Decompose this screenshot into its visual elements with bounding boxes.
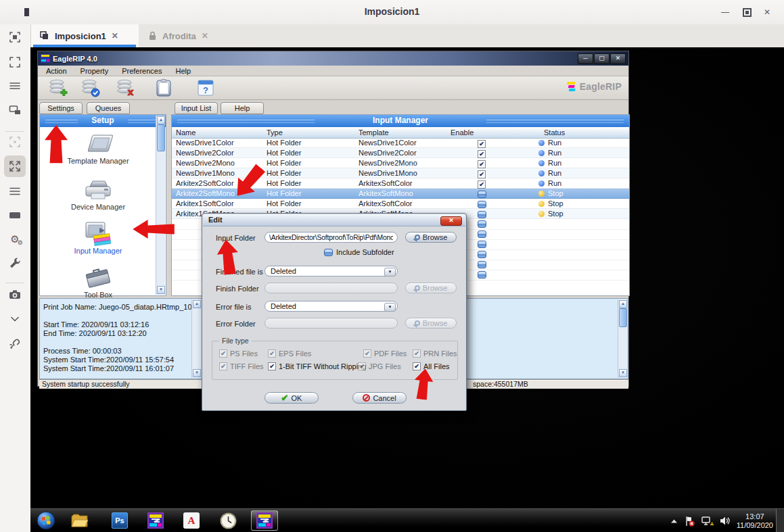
action-center-flag-icon[interactable]: [684, 516, 695, 527]
dynamic-resolution-button[interactable]: [4, 131, 26, 153]
checkbox-ps-files[interactable]: PS Files: [219, 349, 258, 358]
input-folder-browse-button[interactable]: Browse: [405, 232, 457, 243]
tray-clock[interactable]: 13:07 11/09/2020: [737, 512, 773, 530]
checkbox-1bit-tiff[interactable]: 1-Bit TIFF Without Ripping: [268, 362, 366, 370]
screen: Imposicion1 — ✕ Imposicion1 ✕ Afrodita ✕: [0, 0, 784, 532]
table-row[interactable]: NewsDrive2MonoHot FolderNewsDrive2MonoRu…: [172, 158, 629, 168]
toolbar-delete-input-button[interactable]: [115, 78, 137, 98]
preferences-button[interactable]: ⚙⚙: [4, 228, 26, 249]
menu-property[interactable]: Property: [80, 67, 109, 75]
screenshot-button[interactable]: [4, 284, 26, 306]
network-warning-icon[interactable]: [701, 516, 714, 527]
finished-file-select[interactable]: Deleted▼: [264, 266, 398, 276]
fit-window-button[interactable]: [4, 26, 26, 48]
table-row[interactable]: Arkitex1SoftColorHot FolderArkitexSoftCo…: [172, 199, 629, 209]
dropdown-arrow-icon[interactable]: ▼: [384, 303, 396, 312]
scroll-up-icon[interactable]: ▲: [157, 116, 165, 124]
taskbar-explorer[interactable]: [68, 510, 91, 531]
setup-item-device-manager[interactable]: Device Manager: [40, 177, 156, 211]
taskbar-eaglerip-active[interactable]: [251, 510, 278, 531]
table-row[interactable]: NewsDrive1ColorHot FolderNewsDrive1Color…: [172, 138, 629, 148]
checkbox-tiff-files[interactable]: TIFF Files: [219, 362, 264, 370]
taskbar-clock-app[interactable]: [216, 510, 239, 531]
rip-close-button[interactable]: ✕: [610, 53, 626, 64]
status-dot: [538, 150, 545, 156]
database-add-icon: [48, 78, 68, 98]
input-folder-field[interactable]: [264, 232, 398, 243]
keyboard-button[interactable]: [4, 204, 26, 226]
checkbox-prn-files[interactable]: PRN Files: [413, 349, 457, 358]
tray-expand-icon[interactable]: [670, 518, 678, 524]
start-button[interactable]: [34, 510, 57, 531]
eaglerip-taskbar-icon: [147, 512, 164, 529]
file-type-legend: File type: [219, 337, 252, 345]
tab-close-icon[interactable]: ✕: [112, 31, 118, 41]
multi-window-button[interactable]: [4, 99, 26, 121]
scaled-mode-button[interactable]: [4, 155, 26, 177]
cancel-button[interactable]: Cancel: [352, 392, 407, 404]
dropdown-arrow-icon[interactable]: ▼: [384, 268, 396, 276]
include-subfolder-checkbox[interactable]: Include Subfolder: [324, 248, 394, 256]
scroll-thumb[interactable]: [157, 124, 165, 151]
eaglerip-title: EagleRIP 4.0: [53, 55, 97, 63]
app-minimize-button[interactable]: —: [718, 5, 733, 19]
tools-button[interactable]: [4, 252, 26, 274]
tab-imposicion1[interactable]: Imposicion1 ✕: [30, 24, 139, 47]
toolbar-report-button[interactable]: [153, 78, 175, 98]
taskbar-acrobat[interactable]: A: [180, 510, 203, 531]
volume-icon[interactable]: [720, 516, 731, 526]
close-icon: ✕: [448, 217, 454, 224]
rip-minimize-button[interactable]: ─: [578, 53, 593, 64]
scroll-thumb[interactable]: [619, 308, 627, 327]
checkbox-icon: [324, 249, 333, 256]
menu-action[interactable]: Action: [46, 67, 67, 75]
menu-help[interactable]: Help: [175, 67, 191, 75]
scroll-down-icon[interactable]: ▼: [619, 369, 627, 377]
taskbar-photoshop[interactable]: Ps: [108, 510, 131, 531]
checkbox-eps-files[interactable]: EPS Files: [268, 349, 311, 358]
scroll-down-icon[interactable]: ▼: [157, 286, 165, 294]
scroll-up-icon[interactable]: ▲: [193, 300, 201, 308]
tab-afrodita[interactable]: Afrodita ✕: [139, 24, 227, 47]
status-dot: [538, 191, 545, 197]
ok-button[interactable]: OK: [264, 392, 319, 404]
app-close-button[interactable]: ✕: [760, 5, 775, 19]
job-log-scrollbar[interactable]: ▲ ▼: [191, 299, 201, 378]
checkbox-pdf-files[interactable]: PDF Files: [363, 349, 407, 358]
menu-lines-button[interactable]: [4, 75, 26, 97]
eaglerip-logo: EagleRIP: [567, 81, 622, 92]
scroll-up-icon[interactable]: ▲: [619, 300, 627, 308]
col-status: Status: [544, 128, 565, 137]
fullscreen-icon: [8, 55, 22, 69]
tab-help[interactable]: Help: [221, 102, 264, 114]
menu-preferences[interactable]: Preferences: [122, 67, 162, 75]
toolbar-enable-input-button[interactable]: [80, 78, 101, 98]
tab-settings[interactable]: Settings: [39, 102, 83, 114]
checkbox-jpg-files[interactable]: JPG Files: [358, 362, 401, 370]
show-desktop-button[interactable]: [776, 509, 784, 532]
toolbar-help-button[interactable]: ?: [195, 78, 216, 98]
system-log-scrollbar[interactable]: ▲ ▼: [618, 299, 627, 378]
error-file-select[interactable]: Deleted▼: [264, 301, 398, 312]
disconnect-button[interactable]: [4, 333, 26, 354]
fullscreen-button[interactable]: [4, 51, 26, 73]
grab-input-button[interactable]: [4, 180, 26, 202]
edit-dialog-titlebar[interactable]: Edit ✕: [203, 214, 465, 226]
table-row[interactable]: NewsDrive2ColorHot FolderNewsDrive2Color…: [172, 148, 629, 158]
eaglerip-titlebar[interactable]: EagleRIP 4.0 ─ ▢ ✕: [38, 51, 628, 66]
setup-scrollbar[interactable]: ▲ ▼: [156, 116, 165, 295]
app-maximize-button[interactable]: [739, 5, 754, 19]
tab-close-icon[interactable]: ✕: [202, 31, 208, 41]
scroll-down-icon[interactable]: ▼: [193, 369, 201, 377]
eaglerip-logo-text: EagleRIP: [580, 81, 622, 92]
rip-maximize-button[interactable]: ▢: [594, 53, 609, 64]
magnifier-icon: [415, 235, 420, 240]
tab-input-list[interactable]: Input List: [175, 102, 218, 114]
log-line: Start Time: 2020/09/11 03:12:16: [40, 320, 192, 329]
toolbar-add-input-button[interactable]: [47, 78, 69, 98]
minimize-toolbar-button[interactable]: [4, 308, 26, 330]
taskbar-eaglerip[interactable]: [144, 510, 167, 531]
tab-queues[interactable]: Queues: [87, 102, 130, 114]
dialog-close-button[interactable]: ✕: [440, 216, 462, 226]
setup-item-tool-box[interactable]: Tool Box: [40, 265, 156, 299]
